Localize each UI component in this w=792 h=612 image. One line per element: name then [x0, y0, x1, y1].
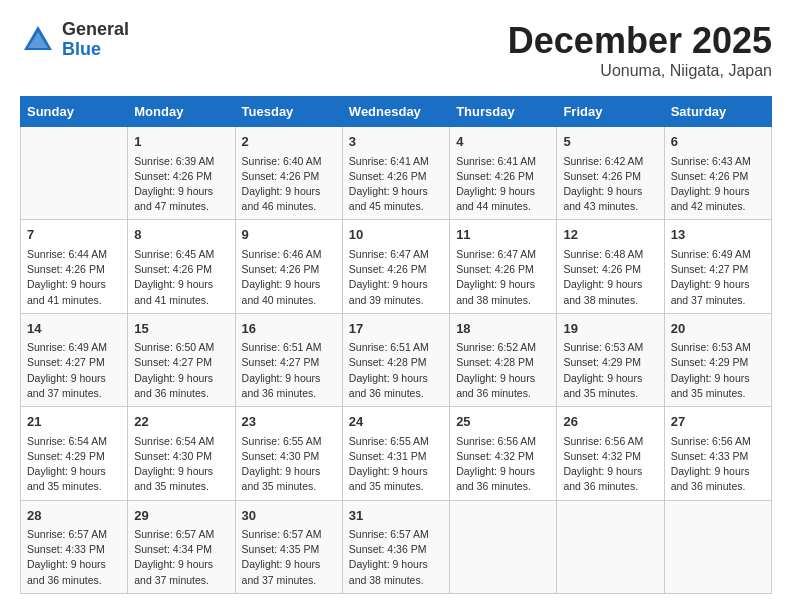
day-number: 24: [349, 412, 443, 432]
day-info: Sunrise: 6:40 AMSunset: 4:26 PMDaylight:…: [242, 154, 336, 215]
calendar-cell: 9Sunrise: 6:46 AMSunset: 4:26 PMDaylight…: [235, 220, 342, 313]
day-number: 14: [27, 319, 121, 339]
calendar-cell: 20Sunrise: 6:53 AMSunset: 4:29 PMDayligh…: [664, 313, 771, 406]
day-info: Sunrise: 6:45 AMSunset: 4:26 PMDaylight:…: [134, 247, 228, 308]
calendar-cell: 5Sunrise: 6:42 AMSunset: 4:26 PMDaylight…: [557, 127, 664, 220]
calendar-cell: [21, 127, 128, 220]
day-info: Sunrise: 6:51 AMSunset: 4:28 PMDaylight:…: [349, 340, 443, 401]
day-number: 15: [134, 319, 228, 339]
day-number: 6: [671, 132, 765, 152]
day-number: 11: [456, 225, 550, 245]
calendar-cell: 12Sunrise: 6:48 AMSunset: 4:26 PMDayligh…: [557, 220, 664, 313]
day-info: Sunrise: 6:41 AMSunset: 4:26 PMDaylight:…: [456, 154, 550, 215]
day-info: Sunrise: 6:41 AMSunset: 4:26 PMDaylight:…: [349, 154, 443, 215]
calendar-cell: 13Sunrise: 6:49 AMSunset: 4:27 PMDayligh…: [664, 220, 771, 313]
week-row-1: 1Sunrise: 6:39 AMSunset: 4:26 PMDaylight…: [21, 127, 772, 220]
weekday-header-saturday: Saturday: [664, 97, 771, 127]
day-info: Sunrise: 6:44 AMSunset: 4:26 PMDaylight:…: [27, 247, 121, 308]
day-number: 5: [563, 132, 657, 152]
day-info: Sunrise: 6:57 AMSunset: 4:33 PMDaylight:…: [27, 527, 121, 588]
day-number: 23: [242, 412, 336, 432]
calendar-cell: 25Sunrise: 6:56 AMSunset: 4:32 PMDayligh…: [450, 407, 557, 500]
weekday-header-tuesday: Tuesday: [235, 97, 342, 127]
day-number: 25: [456, 412, 550, 432]
calendar-cell: 4Sunrise: 6:41 AMSunset: 4:26 PMDaylight…: [450, 127, 557, 220]
day-info: Sunrise: 6:54 AMSunset: 4:29 PMDaylight:…: [27, 434, 121, 495]
day-info: Sunrise: 6:57 AMSunset: 4:36 PMDaylight:…: [349, 527, 443, 588]
calendar-cell: 21Sunrise: 6:54 AMSunset: 4:29 PMDayligh…: [21, 407, 128, 500]
calendar-cell: 23Sunrise: 6:55 AMSunset: 4:30 PMDayligh…: [235, 407, 342, 500]
day-info: Sunrise: 6:56 AMSunset: 4:32 PMDaylight:…: [456, 434, 550, 495]
calendar-cell: 28Sunrise: 6:57 AMSunset: 4:33 PMDayligh…: [21, 500, 128, 593]
week-row-4: 21Sunrise: 6:54 AMSunset: 4:29 PMDayligh…: [21, 407, 772, 500]
calendar-cell: 1Sunrise: 6:39 AMSunset: 4:26 PMDaylight…: [128, 127, 235, 220]
calendar-cell: 7Sunrise: 6:44 AMSunset: 4:26 PMDaylight…: [21, 220, 128, 313]
calendar-cell: 18Sunrise: 6:52 AMSunset: 4:28 PMDayligh…: [450, 313, 557, 406]
weekday-header-wednesday: Wednesday: [342, 97, 449, 127]
weekday-header-monday: Monday: [128, 97, 235, 127]
calendar-cell: 30Sunrise: 6:57 AMSunset: 4:35 PMDayligh…: [235, 500, 342, 593]
day-info: Sunrise: 6:53 AMSunset: 4:29 PMDaylight:…: [671, 340, 765, 401]
day-number: 10: [349, 225, 443, 245]
day-number: 12: [563, 225, 657, 245]
day-number: 2: [242, 132, 336, 152]
calendar-cell: 10Sunrise: 6:47 AMSunset: 4:26 PMDayligh…: [342, 220, 449, 313]
calendar-cell: 19Sunrise: 6:53 AMSunset: 4:29 PMDayligh…: [557, 313, 664, 406]
week-row-3: 14Sunrise: 6:49 AMSunset: 4:27 PMDayligh…: [21, 313, 772, 406]
calendar-cell: [557, 500, 664, 593]
day-info: Sunrise: 6:50 AMSunset: 4:27 PMDaylight:…: [134, 340, 228, 401]
calendar-cell: 11Sunrise: 6:47 AMSunset: 4:26 PMDayligh…: [450, 220, 557, 313]
day-info: Sunrise: 6:56 AMSunset: 4:33 PMDaylight:…: [671, 434, 765, 495]
week-row-5: 28Sunrise: 6:57 AMSunset: 4:33 PMDayligh…: [21, 500, 772, 593]
day-number: 29: [134, 506, 228, 526]
day-number: 22: [134, 412, 228, 432]
calendar-cell: 15Sunrise: 6:50 AMSunset: 4:27 PMDayligh…: [128, 313, 235, 406]
month-title: December 2025: [508, 20, 772, 62]
day-number: 17: [349, 319, 443, 339]
calendar-cell: [450, 500, 557, 593]
weekday-header-sunday: Sunday: [21, 97, 128, 127]
day-info: Sunrise: 6:56 AMSunset: 4:32 PMDaylight:…: [563, 434, 657, 495]
calendar-cell: 22Sunrise: 6:54 AMSunset: 4:30 PMDayligh…: [128, 407, 235, 500]
page-header: General Blue December 2025 Uonuma, Niiga…: [20, 20, 772, 80]
day-info: Sunrise: 6:39 AMSunset: 4:26 PMDaylight:…: [134, 154, 228, 215]
weekday-header-row: SundayMondayTuesdayWednesdayThursdayFrid…: [21, 97, 772, 127]
day-info: Sunrise: 6:55 AMSunset: 4:30 PMDaylight:…: [242, 434, 336, 495]
location: Uonuma, Niigata, Japan: [508, 62, 772, 80]
calendar-cell: 14Sunrise: 6:49 AMSunset: 4:27 PMDayligh…: [21, 313, 128, 406]
day-number: 26: [563, 412, 657, 432]
day-number: 1: [134, 132, 228, 152]
logo-icon: [20, 22, 56, 58]
day-info: Sunrise: 6:49 AMSunset: 4:27 PMDaylight:…: [671, 247, 765, 308]
calendar-cell: 26Sunrise: 6:56 AMSunset: 4:32 PMDayligh…: [557, 407, 664, 500]
logo-blue: Blue: [62, 39, 101, 59]
day-info: Sunrise: 6:54 AMSunset: 4:30 PMDaylight:…: [134, 434, 228, 495]
calendar-cell: [664, 500, 771, 593]
day-number: 16: [242, 319, 336, 339]
calendar-cell: 29Sunrise: 6:57 AMSunset: 4:34 PMDayligh…: [128, 500, 235, 593]
day-number: 21: [27, 412, 121, 432]
day-info: Sunrise: 6:52 AMSunset: 4:28 PMDaylight:…: [456, 340, 550, 401]
calendar-cell: 8Sunrise: 6:45 AMSunset: 4:26 PMDaylight…: [128, 220, 235, 313]
calendar-cell: 31Sunrise: 6:57 AMSunset: 4:36 PMDayligh…: [342, 500, 449, 593]
day-number: 30: [242, 506, 336, 526]
logo-text: General Blue: [62, 20, 129, 60]
calendar-cell: 6Sunrise: 6:43 AMSunset: 4:26 PMDaylight…: [664, 127, 771, 220]
day-info: Sunrise: 6:49 AMSunset: 4:27 PMDaylight:…: [27, 340, 121, 401]
day-number: 27: [671, 412, 765, 432]
day-number: 19: [563, 319, 657, 339]
day-info: Sunrise: 6:51 AMSunset: 4:27 PMDaylight:…: [242, 340, 336, 401]
day-number: 7: [27, 225, 121, 245]
day-number: 31: [349, 506, 443, 526]
day-info: Sunrise: 6:42 AMSunset: 4:26 PMDaylight:…: [563, 154, 657, 215]
day-info: Sunrise: 6:57 AMSunset: 4:34 PMDaylight:…: [134, 527, 228, 588]
calendar-cell: 16Sunrise: 6:51 AMSunset: 4:27 PMDayligh…: [235, 313, 342, 406]
day-info: Sunrise: 6:47 AMSunset: 4:26 PMDaylight:…: [349, 247, 443, 308]
calendar-cell: 27Sunrise: 6:56 AMSunset: 4:33 PMDayligh…: [664, 407, 771, 500]
day-number: 8: [134, 225, 228, 245]
day-number: 20: [671, 319, 765, 339]
weekday-header-friday: Friday: [557, 97, 664, 127]
day-info: Sunrise: 6:46 AMSunset: 4:26 PMDaylight:…: [242, 247, 336, 308]
day-number: 4: [456, 132, 550, 152]
day-info: Sunrise: 6:43 AMSunset: 4:26 PMDaylight:…: [671, 154, 765, 215]
